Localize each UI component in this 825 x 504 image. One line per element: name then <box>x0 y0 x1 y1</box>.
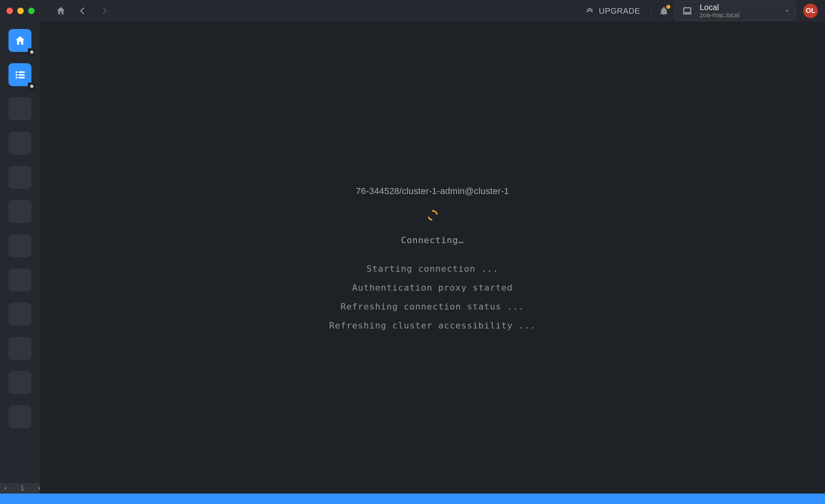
window-controls <box>6 8 35 14</box>
log-line: Refreshing connection status ... <box>341 302 524 312</box>
forward-icon <box>99 6 110 16</box>
svg-rect-6 <box>19 77 25 78</box>
svg-rect-0 <box>684 8 690 12</box>
log-line: Refreshing cluster accessibility ... <box>329 320 536 330</box>
status-bar <box>0 494 825 504</box>
gear-icon[interactable] <box>28 83 35 90</box>
svg-rect-4 <box>19 74 25 76</box>
pager: 1 <box>0 483 45 494</box>
sidebar-home-button[interactable] <box>8 29 31 52</box>
sidebar-slot-6[interactable] <box>8 200 31 223</box>
svg-rect-5 <box>15 77 17 78</box>
upgrade-button[interactable]: UPGRADE <box>585 6 640 16</box>
log-line: Authentication proxy started <box>352 283 513 293</box>
spinner-icon <box>427 209 439 221</box>
notifications-button[interactable] <box>659 6 669 16</box>
notification-badge <box>666 5 670 9</box>
titlebar: UPGRADE Local zoa-mac.local OL <box>0 0 825 22</box>
window-minimize-button[interactable] <box>17 8 24 14</box>
upgrade-icon <box>585 6 594 15</box>
main-content: 76-344528/cluster-1-admin@cluster-1 Conn… <box>40 22 825 494</box>
pager-prev[interactable] <box>2 485 8 491</box>
sidebar-slot-4[interactable] <box>8 132 31 155</box>
connecting-label: Connecting… <box>401 235 464 245</box>
sidebar-slot-5[interactable] <box>8 166 31 189</box>
log-line: Starting connection ... <box>367 264 499 274</box>
host-title: Local <box>700 3 776 12</box>
sidebar-slot-10[interactable] <box>8 337 31 360</box>
sidebar-slot-3[interactable] <box>8 97 31 120</box>
gear-icon[interactable] <box>28 48 35 56</box>
connection-log: Starting connection ... Authentication p… <box>329 264 536 330</box>
host-sub: zoa-mac.local <box>700 12 776 19</box>
svg-rect-1 <box>15 71 17 73</box>
svg-rect-3 <box>15 74 17 76</box>
laptop-icon <box>682 6 692 16</box>
sidebar-slot-11[interactable] <box>8 371 31 394</box>
host-switcher[interactable]: Local zoa-mac.local <box>674 1 796 21</box>
sidebar-slot-12[interactable] <box>8 405 31 428</box>
svg-rect-2 <box>19 71 25 73</box>
host-switch-text: Local zoa-mac.local <box>700 3 776 19</box>
sidebar-overview-button[interactable] <box>8 63 31 86</box>
avatar[interactable]: OL <box>803 4 818 18</box>
toolstrip <box>0 22 40 494</box>
avatar-initials: OL <box>806 7 815 15</box>
cluster-identifier: 76-344528/cluster-1-admin@cluster-1 <box>356 186 509 196</box>
sidebar-slot-7[interactable] <box>8 234 31 257</box>
sidebar-slot-9[interactable] <box>8 303 31 326</box>
nav-buttons <box>56 6 110 16</box>
chevron-down-icon <box>784 7 791 14</box>
home-icon[interactable] <box>56 6 66 16</box>
sidebar-slot-8[interactable] <box>8 269 31 291</box>
back-icon[interactable] <box>77 6 88 16</box>
window-close-button[interactable] <box>6 8 13 14</box>
window-zoom-button[interactable] <box>28 8 35 14</box>
upgrade-label: UPGRADE <box>599 6 640 16</box>
titlebar-separator <box>651 5 651 17</box>
pager-page: 1 <box>21 485 24 492</box>
